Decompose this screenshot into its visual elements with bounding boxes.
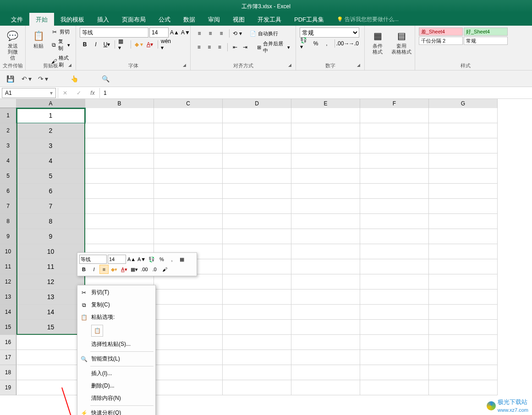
cell[interactable] — [360, 335, 429, 350]
ctx-paste-default[interactable]: 📋 — [91, 325, 103, 337]
col-header-D[interactable]: D — [223, 99, 291, 108]
cell[interactable] — [360, 184, 429, 199]
row-header[interactable]: 9 — [0, 229, 16, 244]
row-header[interactable]: 16 — [0, 335, 16, 350]
cell[interactable] — [223, 335, 291, 350]
row-header[interactable]: 19 — [0, 380, 16, 395]
cell[interactable] — [154, 274, 223, 289]
mini-font-select[interactable] — [79, 255, 107, 264]
style-bad[interactable]: 差_Sheet4 — [419, 27, 463, 36]
tell-me[interactable]: 告诉我您想要做什么... — [330, 13, 405, 26]
cell[interactable] — [360, 305, 429, 320]
cell[interactable] — [360, 138, 429, 153]
cell[interactable] — [291, 320, 360, 335]
ctx-cut[interactable]: ✂剪切(T) — [77, 286, 155, 299]
cell[interactable] — [291, 229, 360, 244]
cell[interactable] — [429, 229, 498, 244]
row-header[interactable]: 12 — [0, 274, 16, 289]
mini-center[interactable]: ≡ — [99, 265, 109, 274]
cell[interactable] — [429, 305, 498, 320]
cell[interactable] — [223, 244, 291, 259]
cell[interactable] — [360, 320, 429, 335]
cell[interactable] — [429, 274, 498, 289]
cell[interactable] — [291, 244, 360, 259]
cell[interactable]: 7 — [16, 199, 85, 214]
cell[interactable] — [154, 305, 223, 320]
cell[interactable] — [360, 259, 429, 274]
ctx-clear[interactable]: 清除内容(N) — [77, 392, 155, 404]
mini-percent[interactable]: % — [157, 255, 166, 264]
align-top-button[interactable]: ≡ — [194, 28, 204, 38]
cell[interactable] — [291, 365, 360, 380]
cell[interactable] — [154, 199, 223, 214]
cell[interactable] — [291, 138, 360, 153]
cell[interactable] — [291, 169, 360, 184]
cell[interactable] — [223, 380, 291, 395]
dec-decimal-button[interactable]: →.0 — [349, 38, 359, 49]
cell[interactable] — [154, 320, 223, 335]
cell[interactable] — [429, 365, 498, 380]
cell[interactable] — [291, 274, 360, 289]
cell[interactable]: 2 — [16, 123, 85, 138]
table-format-button[interactable]: ▤ 套用 表格格式 — [389, 27, 414, 68]
cell[interactable] — [154, 169, 223, 184]
row-header[interactable]: 10 — [0, 244, 16, 259]
cell[interactable] — [360, 123, 429, 138]
tab-insert[interactable]: 插入 — [91, 13, 115, 26]
percent-button[interactable]: % — [311, 38, 321, 49]
ctx-copy[interactable]: ⧉复制(C) — [77, 299, 155, 311]
tab-home[interactable]: 开始 — [29, 13, 54, 26]
indent-dec-button[interactable]: ⇤ — [230, 42, 240, 52]
tab-review[interactable]: 审阅 — [202, 13, 226, 26]
shrink-font-button[interactable]: A▼ — [181, 27, 191, 38]
cell[interactable] — [223, 138, 291, 153]
cell[interactable] — [429, 123, 498, 138]
number-format-select[interactable]: 常规 — [300, 27, 359, 38]
cell[interactable]: 8 — [16, 214, 85, 229]
row-header[interactable]: 18 — [0, 365, 16, 380]
cell[interactable] — [16, 380, 85, 395]
conditional-format-button[interactable]: ▦ 条件格式 — [368, 27, 387, 68]
mini-shrink-font[interactable]: A▼ — [137, 255, 146, 264]
cell[interactable] — [291, 184, 360, 199]
cell[interactable] — [291, 305, 360, 320]
align-center-button[interactable]: ≡ — [205, 42, 214, 52]
col-header-A[interactable]: A — [16, 99, 85, 108]
cell[interactable] — [85, 138, 154, 153]
cell[interactable] — [360, 289, 429, 305]
align-right-button[interactable]: ≡ — [215, 42, 225, 52]
mini-dec-decimal[interactable]: .0 — [150, 265, 159, 274]
currency-button[interactable]: 💱 ▾ — [300, 38, 310, 49]
ctx-insert[interactable]: 插入(I)... — [77, 367, 155, 380]
cell[interactable] — [223, 229, 291, 244]
cell[interactable] — [223, 123, 291, 138]
row-header[interactable]: 3 — [0, 138, 16, 153]
cut-button[interactable]: ✂剪切 — [49, 27, 72, 36]
cell[interactable] — [85, 184, 154, 199]
cell[interactable] — [154, 108, 223, 123]
font-launcher[interactable]: ◢ — [183, 63, 189, 69]
number-launcher[interactable]: ◢ — [357, 63, 363, 69]
cell[interactable] — [223, 289, 291, 305]
cell[interactable] — [429, 244, 498, 259]
cell[interactable]: 15 — [16, 320, 85, 335]
mini-bold[interactable]: B — [79, 265, 88, 274]
cell[interactable] — [223, 184, 291, 199]
cell[interactable] — [291, 380, 360, 395]
cell[interactable] — [429, 320, 498, 335]
cell[interactable] — [291, 199, 360, 214]
cell[interactable] — [154, 289, 223, 305]
cell[interactable] — [429, 289, 498, 305]
tab-pdf[interactable]: PDF工具集 — [288, 13, 330, 26]
align-launcher[interactable]: ◢ — [288, 63, 295, 69]
col-header-G[interactable]: G — [429, 99, 498, 108]
indent-inc-button[interactable]: ⇥ — [241, 42, 250, 52]
redo-button[interactable]: ↷ ▾ — [38, 73, 49, 84]
cell[interactable] — [85, 108, 154, 123]
grow-font-button[interactable]: A▲ — [170, 27, 180, 38]
bold-button[interactable]: B — [80, 39, 90, 49]
cell[interactable] — [360, 244, 429, 259]
row-header[interactable]: 2 — [0, 123, 16, 138]
cell[interactable] — [154, 229, 223, 244]
col-header-B[interactable]: B — [85, 99, 154, 108]
